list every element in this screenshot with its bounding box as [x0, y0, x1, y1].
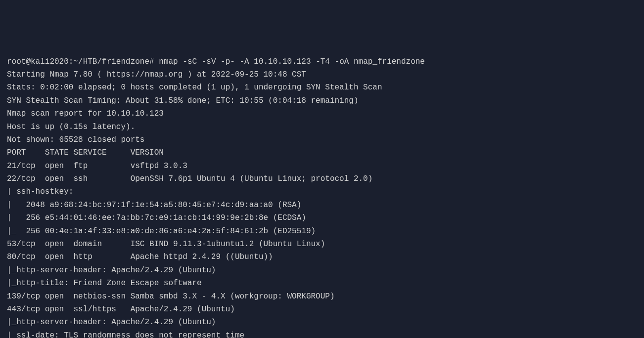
output-line: 21/tcp open ftp vsftpd 3.0.3: [7, 160, 637, 172]
output-line: |_http-server-header: Apache/2.4.29 (Ubu…: [7, 264, 637, 277]
output-line: | 2048 a9:68:24:bc:97:1f:1e:54:a5:80:45:…: [7, 199, 637, 211]
output-line: |_ 256 00:4e:1a:4f:33:e8:a0:de:86:a6:e4:…: [7, 225, 637, 238]
output-line: | ssh-hostkey:: [7, 185, 637, 198]
output-line: 443/tcp open ssl/https Apache/2.4.29 (Ub…: [7, 303, 637, 316]
prompt-sep: #: [149, 57, 154, 66]
prompt-path: ~/HTB/friendzone: [73, 57, 149, 66]
output-line: PORT STATE SERVICE VERSION: [7, 146, 637, 159]
output-line: Host is up (0.15s latency).: [7, 121, 637, 133]
output-line: Not shown: 65528 closed ports: [7, 133, 637, 146]
output-line: 22/tcp open ssh OpenSSH 7.6p1 Ubuntu 4 (…: [7, 172, 637, 185]
prompt-user-host: root@kali2020: [7, 57, 69, 66]
prompt-line[interactable]: root@kali2020:~/HTB/friendzone# nmap -sC…: [7, 55, 637, 68]
output-line: Starting Nmap 7.80 ( https://nmap.org ) …: [7, 68, 637, 81]
output-line: 139/tcp open netbios-ssn Samba smbd 3.X …: [7, 290, 637, 303]
output-line: |_ssl-date: TLS randomness does not repr…: [7, 329, 637, 338]
output-line: 80/tcp open http Apache httpd 2.4.29 ((U…: [7, 251, 637, 263]
output-line: | 256 e5:44:01:46:ee:7a:bb:7c:e9:1a:cb:1…: [7, 211, 637, 224]
output-line: Stats: 0:02:00 elapsed; 0 hosts complete…: [7, 81, 637, 94]
output-line: Nmap scan report for 10.10.10.123: [7, 107, 637, 120]
command-text: nmap -sC -sV -p- -A 10.10.10.123 -T4 -oA…: [159, 57, 425, 66]
output-line: |_http-server-header: Apache/2.4.29 (Ubu…: [7, 316, 637, 329]
output-line: |_http-title: Friend Zone Escape softwar…: [7, 277, 637, 290]
output-line: SYN Stealth Scan Timing: About 31.58% do…: [7, 94, 637, 107]
output-line: 53/tcp open domain ISC BIND 9.11.3-1ubun…: [7, 238, 637, 251]
